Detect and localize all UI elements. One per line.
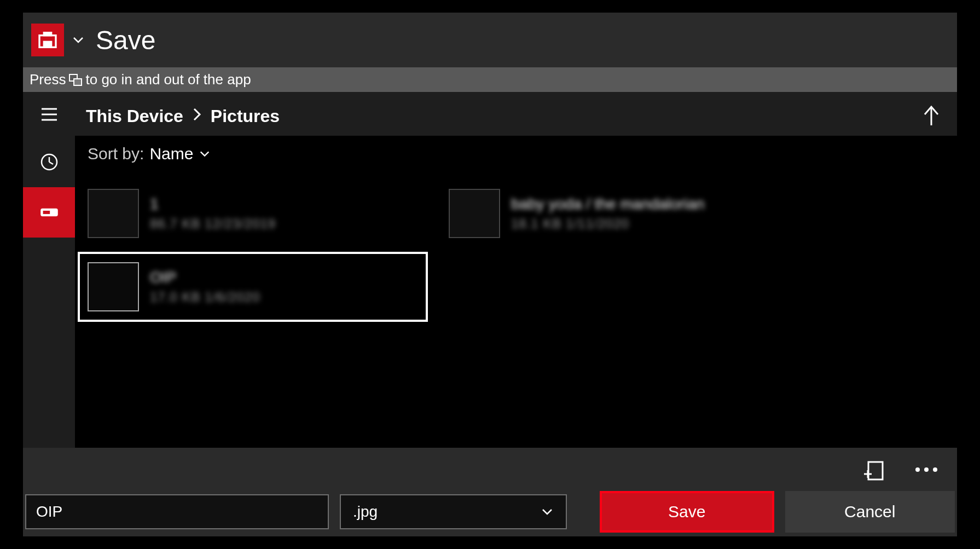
chevron-down-icon (541, 505, 554, 518)
more-options-button[interactable] (911, 454, 942, 485)
go-up-button[interactable] (918, 102, 945, 129)
file-name: 1 (150, 195, 276, 213)
controller-tip-bar: Press to go in and out of the app (23, 67, 957, 92)
title-dropdown-caret[interactable] (72, 33, 85, 47)
cancel-button[interactable]: Cancel (785, 491, 955, 533)
svg-line-10 (49, 162, 53, 164)
extension-value: .jpg (353, 503, 378, 521)
tip-suffix: to go in and out of the app (85, 71, 251, 88)
file-item-selected[interactable]: OIP 17.0 KB 1/6/2020 (78, 252, 428, 322)
chevron-down-icon (199, 148, 211, 160)
file-details: 17.0 KB 1/6/2020 (150, 290, 260, 305)
view-button-icon (69, 74, 82, 86)
dialog-title: Save (96, 25, 155, 55)
file-name: OIP (150, 269, 260, 286)
svg-rect-12 (43, 211, 50, 215)
extension-select[interactable]: .jpg (340, 494, 567, 529)
breadcrumb-item-root[interactable]: This Device (86, 106, 183, 126)
save-app-icon (37, 29, 59, 51)
device-icon (40, 203, 59, 222)
file-details: 18.1 KB 1/11/2020 (511, 216, 704, 232)
svg-rect-14 (868, 462, 883, 479)
filename-input[interactable] (25, 494, 329, 529)
this-device-button[interactable] (23, 187, 75, 238)
svg-rect-4 (74, 79, 82, 85)
ellipsis-icon (914, 466, 939, 473)
hamburger-icon (38, 103, 60, 125)
sort-value: Name (149, 145, 193, 163)
new-folder-icon (862, 458, 886, 482)
sort-dropdown[interactable]: Sort by: Name (88, 145, 211, 163)
hamburger-button[interactable] (23, 92, 75, 137)
save-button[interactable]: Save (600, 491, 774, 533)
svg-rect-2 (43, 41, 53, 48)
cancel-button-label: Cancel (844, 502, 895, 521)
tip-prefix: Press (30, 71, 66, 88)
breadcrumb-item-current[interactable]: Pictures (211, 106, 280, 126)
file-thumbnail (88, 262, 139, 311)
sort-label: Sort by: (88, 145, 144, 163)
arrow-up-icon (922, 105, 941, 126)
svg-point-19 (933, 467, 937, 472)
file-details: 86.7 KB 12/23/2019 (150, 216, 276, 232)
action-bar: .jpg Save Cancel (23, 487, 957, 536)
file-item[interactable]: baby yoda / the mandalorian 18.1 KB 1/11… (439, 178, 789, 249)
svg-point-17 (915, 467, 920, 472)
breadcrumb: This Device Pictures (86, 99, 280, 134)
chevron-right-icon (192, 106, 202, 126)
title-bar: Save (31, 13, 155, 67)
side-rail (23, 92, 75, 448)
file-content-area: Sort by: Name 1 86.7 KB 12/23/2019 (75, 136, 957, 448)
file-thumbnail (88, 189, 139, 238)
recent-button[interactable] (23, 137, 75, 187)
svg-rect-1 (43, 32, 53, 36)
clock-icon (40, 153, 59, 171)
toolbar (23, 448, 957, 492)
chevron-down-icon (72, 33, 85, 47)
save-button-label: Save (668, 502, 705, 521)
file-thumbnail (449, 189, 500, 238)
svg-point-18 (924, 467, 929, 472)
file-grid: 1 86.7 KB 12/23/2019 baby yoda / the man… (78, 178, 953, 322)
new-folder-button[interactable] (859, 454, 889, 485)
file-item[interactable]: 1 86.7 KB 12/23/2019 (78, 178, 428, 249)
file-name: baby yoda / the mandalorian (511, 195, 704, 213)
app-icon[interactable] (31, 24, 64, 56)
